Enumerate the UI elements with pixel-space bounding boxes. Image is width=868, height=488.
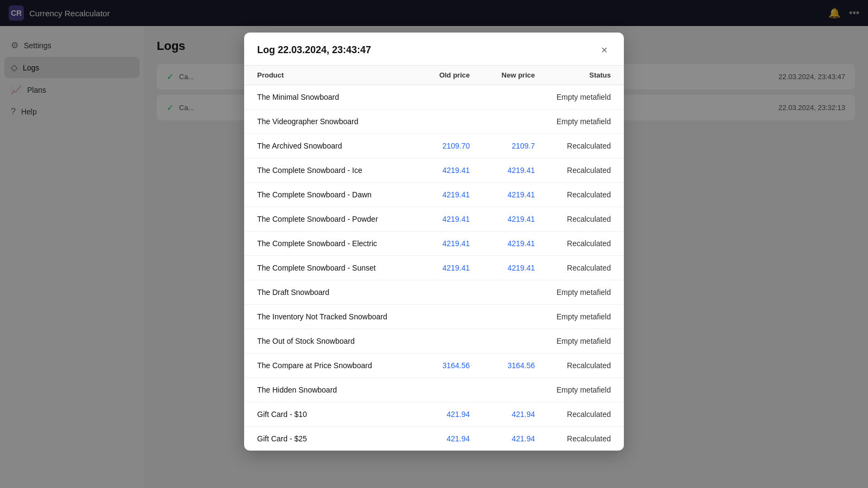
row-status-0: Empty metafield	[535, 93, 611, 101]
col-header-product: Product	[257, 71, 405, 79]
row-new-price-14: 421.94	[470, 434, 535, 443]
row-new-price-2: 2109.7	[470, 142, 535, 150]
row-status-7: Recalculated	[535, 264, 611, 272]
row-old-price-4: 4219.41	[405, 190, 470, 199]
row-new-price-4: 4219.41	[470, 190, 535, 199]
row-status-10: Empty metafield	[535, 337, 611, 345]
row-status-2: Recalculated	[535, 142, 611, 150]
col-header-status: Status	[535, 71, 611, 79]
row-product-10: The Out of Stock Snowboard	[257, 337, 405, 345]
row-product-13: Gift Card - $10	[257, 410, 405, 419]
table-row: The Complete Snowboard - Electric4219.41…	[244, 232, 624, 256]
table-row: The Inventory Not Tracked SnowboardEmpty…	[244, 305, 624, 329]
table-row: The Draft SnowboardEmpty metafield	[244, 280, 624, 305]
row-product-1: The Videographer Snowboard	[257, 117, 405, 126]
row-status-11: Recalculated	[535, 361, 611, 370]
row-status-12: Empty metafield	[535, 386, 611, 394]
row-status-14: Recalculated	[535, 434, 611, 443]
row-product-8: The Draft Snowboard	[257, 288, 405, 297]
row-old-price-6: 4219.41	[405, 239, 470, 248]
row-status-4: Recalculated	[535, 190, 611, 199]
row-product-6: The Complete Snowboard - Electric	[257, 239, 405, 248]
row-old-price-7: 4219.41	[405, 264, 470, 272]
table-body: The Minimal SnowboardEmpty metafieldThe …	[244, 85, 624, 451]
row-status-5: Recalculated	[535, 215, 611, 223]
table-row: Gift Card - $10421.94421.94Recalculated	[244, 402, 624, 427]
table-header: Product Old price New price Status	[244, 66, 624, 85]
row-product-7: The Complete Snowboard - Sunset	[257, 264, 405, 272]
row-product-12: The Hidden Snowboard	[257, 386, 405, 394]
row-status-3: Recalculated	[535, 166, 611, 175]
overlay-backdrop: Log 22.03.2024, 23:43:47 × Product Old p…	[0, 0, 868, 488]
modal: Log 22.03.2024, 23:43:47 × Product Old p…	[244, 33, 624, 451]
row-status-1: Empty metafield	[535, 117, 611, 126]
table-row: Gift Card - $25421.94421.94Recalculated	[244, 427, 624, 451]
table-row: The Complete Snowboard - Ice4219.414219.…	[244, 158, 624, 183]
row-new-price-13: 421.94	[470, 410, 535, 419]
row-product-14: Gift Card - $25	[257, 434, 405, 443]
modal-close-button[interactable]: ×	[598, 43, 611, 56]
table-row: The Out of Stock SnowboardEmpty metafiel…	[244, 329, 624, 354]
row-status-9: Empty metafield	[535, 312, 611, 321]
row-old-price-5: 4219.41	[405, 215, 470, 223]
col-header-old-price: Old price	[405, 71, 470, 79]
row-new-price-7: 4219.41	[470, 264, 535, 272]
table-row: The Compare at Price Snowboard3164.56316…	[244, 354, 624, 378]
row-product-3: The Complete Snowboard - Ice	[257, 166, 405, 175]
row-new-price-6: 4219.41	[470, 239, 535, 248]
table-row: The Hidden SnowboardEmpty metafield	[244, 378, 624, 402]
row-status-13: Recalculated	[535, 410, 611, 419]
row-product-5: The Complete Snowboard - Powder	[257, 215, 405, 223]
row-status-6: Recalculated	[535, 239, 611, 248]
table-row: The Archived Snowboard2109.702109.7Recal…	[244, 134, 624, 158]
row-new-price-5: 4219.41	[470, 215, 535, 223]
row-old-price-2: 2109.70	[405, 142, 470, 150]
row-product-9: The Inventory Not Tracked Snowboard	[257, 312, 405, 321]
row-old-price-13: 421.94	[405, 410, 470, 419]
table-row: The Minimal SnowboardEmpty metafield	[244, 85, 624, 110]
row-new-price-11: 3164.56	[470, 361, 535, 370]
modal-header: Log 22.03.2024, 23:43:47 ×	[244, 33, 624, 66]
row-new-price-3: 4219.41	[470, 166, 535, 175]
table-row: The Complete Snowboard - Powder4219.4142…	[244, 207, 624, 232]
row-status-8: Empty metafield	[535, 288, 611, 297]
table-row: The Videographer SnowboardEmpty metafiel…	[244, 110, 624, 134]
row-product-4: The Complete Snowboard - Dawn	[257, 190, 405, 199]
table-row: The Complete Snowboard - Dawn4219.414219…	[244, 183, 624, 207]
row-product-11: The Compare at Price Snowboard	[257, 361, 405, 370]
row-product-2: The Archived Snowboard	[257, 142, 405, 150]
row-product-0: The Minimal Snowboard	[257, 93, 405, 101]
row-old-price-14: 421.94	[405, 434, 470, 443]
row-old-price-3: 4219.41	[405, 166, 470, 175]
row-old-price-11: 3164.56	[405, 361, 470, 370]
table-row: The Complete Snowboard - Sunset4219.4142…	[244, 256, 624, 280]
modal-title: Log 22.03.2024, 23:43:47	[257, 44, 371, 56]
col-header-new-price: New price	[470, 71, 535, 79]
